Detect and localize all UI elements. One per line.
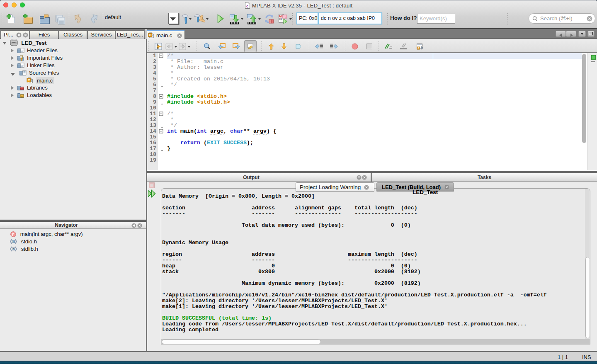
svg-text:3: 3 (280, 18, 282, 20)
svg-text:C: C (149, 33, 152, 37)
svg-text:F: F (12, 233, 15, 237)
svg-text:h: h (13, 240, 15, 243)
svg-text:C: C (28, 78, 30, 82)
svg-text:c: c (246, 4, 248, 8)
svg-text:h: h (13, 248, 15, 250)
svg-text:01: 01 (21, 95, 24, 98)
svg-text:C: C (418, 47, 420, 49)
